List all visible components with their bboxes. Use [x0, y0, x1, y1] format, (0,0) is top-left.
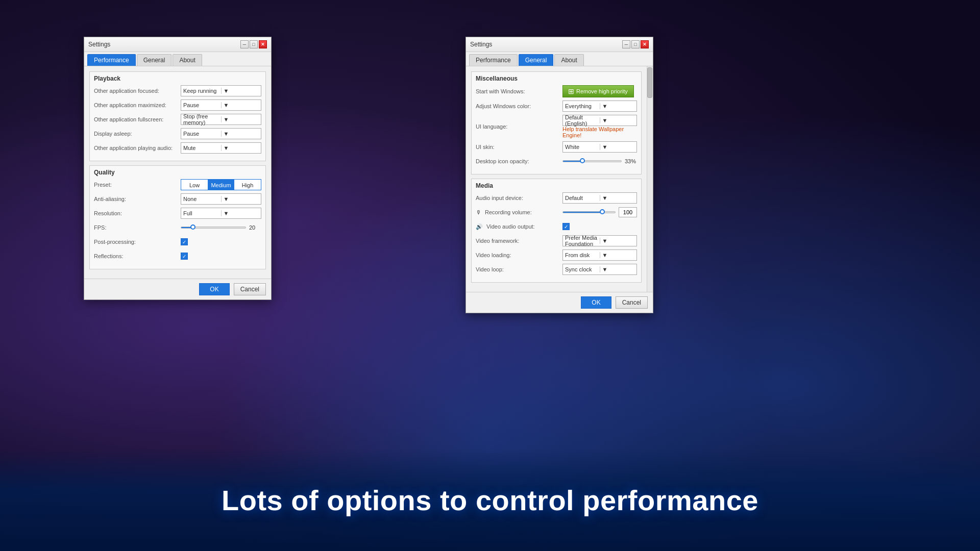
audio-input-select[interactable]: Default ▼ — [562, 192, 637, 204]
app-audio-select[interactable]: Mute ▼ — [181, 142, 261, 154]
video-loading-arrow: ▼ — [600, 252, 635, 258]
video-loading-row: Video loading: From disk ▼ — [476, 249, 637, 261]
app-focused-arrow: ▼ — [221, 88, 259, 94]
tab-performance-left[interactable]: Performance — [87, 54, 136, 66]
adjust-windows-label: Adjust Windows color: — [476, 103, 562, 109]
close-button-left[interactable]: ✕ — [259, 40, 267, 48]
ui-skin-select[interactable]: White ▼ — [562, 141, 637, 153]
recording-volume-slider-container: 100 — [562, 207, 637, 217]
preset-high[interactable]: High — [234, 180, 261, 190]
audio-input-label: Audio input device: — [476, 195, 562, 201]
desktop-opacity-row: Desktop icon opacity: 33% — [476, 156, 637, 167]
reflections-row: Reflections: ✓ — [94, 251, 261, 262]
app-maximized-label: Other application maximized: — [94, 102, 181, 108]
bottom-text: Lots of options to control performance — [222, 484, 758, 517]
ui-skin-arrow: ▼ — [600, 144, 635, 150]
titlebar-right: Settings ─ □ ✕ — [466, 37, 653, 52]
cancel-button-left[interactable]: Cancel — [234, 283, 266, 295]
video-loop-select[interactable]: Sync clock ▼ — [562, 264, 637, 275]
video-framework-label: Video framework: — [476, 238, 562, 244]
app-fullscreen-label: Other application fullscreen: — [94, 116, 181, 122]
minimize-button-left[interactable]: ─ — [240, 40, 249, 48]
preset-low[interactable]: Low — [181, 180, 208, 190]
audio-input-row: Audio input device: Default ▼ — [476, 192, 637, 204]
app-focused-label: Other application focused: — [94, 88, 181, 94]
audio-input-arrow: ▼ — [600, 195, 635, 201]
app-audio-row: Other application playing audio: Mute ▼ — [94, 142, 261, 154]
titlebar-left: Settings ─ □ ✕ — [84, 37, 271, 52]
adjust-windows-select[interactable]: Everything ▼ — [562, 101, 637, 112]
fps-slider-thumb[interactable] — [190, 224, 195, 230]
preset-label: Preset: — [94, 182, 181, 188]
preset-buttons-container: Low Medium High — [181, 179, 261, 190]
tab-general-left[interactable]: General — [137, 54, 172, 66]
media-title: Media — [476, 182, 637, 189]
settings-dialog-left: Settings ─ □ ✕ Performance General About… — [84, 37, 272, 300]
display-asleep-arrow: ▼ — [221, 131, 259, 137]
settings-dialog-right: Settings ─ □ ✕ Performance General About… — [465, 37, 653, 313]
ui-skin-row: UI skin: White ▼ — [476, 141, 637, 153]
fps-value: 20 — [249, 224, 261, 231]
ui-language-arrow: ▼ — [600, 117, 635, 123]
video-framework-arrow: ▼ — [600, 238, 635, 244]
video-audio-checkbox[interactable]: ✓ — [562, 223, 570, 230]
app-maximized-select[interactable]: Pause ▼ — [181, 99, 261, 111]
ui-language-select[interactable]: Default (English) ▼ — [562, 115, 637, 126]
adjust-windows-row: Adjust Windows color: Everything ▼ — [476, 101, 637, 112]
anti-aliasing-arrow: ▼ — [221, 196, 259, 202]
tab-about-right[interactable]: About — [554, 54, 583, 66]
resolution-select[interactable]: Full ▼ — [181, 208, 261, 219]
maximize-button-left[interactable]: □ — [250, 40, 258, 48]
video-loop-arrow: ▼ — [600, 266, 635, 272]
recording-volume-label: 🎙 Recording volume: — [476, 209, 562, 215]
misc-title: Miscellaneous — [476, 75, 637, 82]
maximize-button-right[interactable]: □ — [631, 40, 640, 48]
start-windows-label: Start with Windows: — [476, 88, 562, 94]
app-fullscreen-row: Other application fullscreen: Stop (free… — [94, 114, 261, 125]
fps-slider-container: 20 — [181, 224, 261, 231]
tab-bar-left: Performance General About — [84, 52, 271, 66]
preset-medium[interactable]: Medium — [208, 180, 234, 190]
post-processing-checkbox[interactable]: ✓ — [181, 238, 188, 245]
playback-title: Playback — [94, 75, 261, 82]
fps-slider-track[interactable] — [181, 227, 246, 229]
bottom-bar: Lots of options to control performance — [0, 449, 980, 551]
help-translate-link[interactable]: Help translate Wallpaper Engine! — [562, 126, 637, 138]
app-focused-row: Other application focused: Keep running … — [94, 85, 261, 96]
desktop-opacity-thumb[interactable] — [580, 158, 585, 163]
cancel-button-right[interactable]: Cancel — [616, 296, 648, 309]
minimize-button-right[interactable]: ─ — [622, 40, 630, 48]
scroll-thumb[interactable] — [647, 67, 652, 98]
close-button-right[interactable]: ✕ — [641, 40, 649, 48]
start-windows-button[interactable]: ⊞ Remove high priority — [562, 85, 634, 97]
ui-language-container: Default (English) ▼ Help translate Wallp… — [562, 115, 637, 138]
title-right: Settings — [470, 41, 492, 48]
video-framework-select[interactable]: Prefer Media Foundation ▼ — [562, 235, 637, 246]
reflections-checkbox[interactable]: ✓ — [181, 253, 188, 260]
app-fullscreen-arrow: ▼ — [221, 116, 259, 122]
display-asleep-select[interactable]: Pause ▼ — [181, 128, 261, 139]
display-asleep-row: Display asleep: Pause ▼ — [94, 128, 261, 139]
ok-button-left[interactable]: OK — [199, 283, 229, 295]
anti-aliasing-select[interactable]: None ▼ — [181, 193, 261, 205]
recording-volume-thumb[interactable] — [600, 209, 605, 214]
recording-volume-track[interactable] — [562, 211, 616, 213]
scrollbar[interactable] — [647, 66, 653, 292]
video-loading-select[interactable]: From disk ▼ — [562, 249, 637, 261]
tab-about-left[interactable]: About — [173, 54, 202, 66]
app-maximized-arrow: ▼ — [221, 102, 259, 108]
app-focused-select[interactable]: Keep running ▼ — [181, 85, 261, 96]
desktop-opacity-value: 33% — [625, 158, 637, 164]
tab-general-right[interactable]: General — [519, 54, 554, 66]
video-framework-row: Video framework: Prefer Media Foundation… — [476, 235, 637, 246]
app-maximized-row: Other application maximized: Pause ▼ — [94, 99, 261, 111]
footer-right: OK Cancel — [466, 292, 653, 313]
ok-button-right[interactable]: OK — [581, 296, 611, 309]
titlebar-buttons-right: ─ □ ✕ — [622, 40, 649, 48]
app-fullscreen-select[interactable]: Stop (free memory) ▼ — [181, 114, 261, 125]
desktop-opacity-track[interactable] — [562, 160, 622, 162]
titlebar-buttons-left: ─ □ ✕ — [240, 40, 267, 48]
tab-performance-right[interactable]: Performance — [469, 54, 518, 66]
miscellaneous-group: Miscellaneous Start with Windows: ⊞ Remo… — [471, 71, 642, 174]
recording-volume-input[interactable]: 100 — [619, 207, 637, 217]
